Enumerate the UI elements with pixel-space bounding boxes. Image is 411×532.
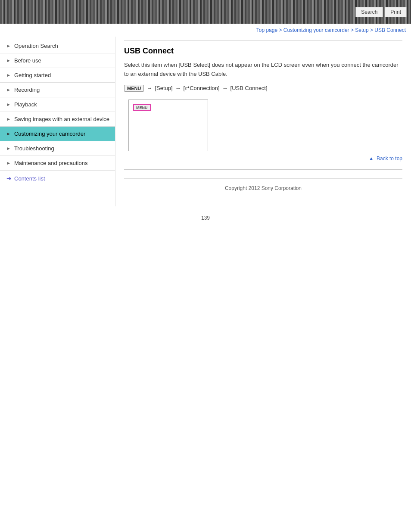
triangle-icon: ▲: [369, 156, 374, 162]
breadcrumb-top-page[interactable]: Top page: [256, 27, 277, 33]
footer-divider: [124, 169, 402, 170]
sidebar-label-playback: Playback: [14, 101, 37, 108]
sidebar-label-customizing: Customizing your camcorder: [14, 131, 85, 137]
arrow-symbol-2: →: [175, 85, 181, 91]
breadcrumb: Top page > Customizing your camcorder > …: [0, 24, 411, 37]
sidebar-label-recording: Recording: [14, 87, 40, 93]
breadcrumb-setup[interactable]: Setup: [355, 27, 368, 33]
arrow-symbol-1: →: [146, 85, 152, 91]
chevron-right-icon: ►: [6, 117, 11, 121]
screen-menu-button: MENU: [133, 104, 151, 111]
breadcrumb-usb-connect: USB Connect: [374, 27, 406, 33]
chevron-right-icon: ►: [6, 102, 11, 107]
sidebar-item-maintenance[interactable]: ► Maintenance and precautions: [0, 156, 115, 171]
search-button[interactable]: Search: [355, 7, 383, 17]
sidebar-label-troubleshooting: Troubleshooting: [14, 145, 54, 152]
sidebar-item-troubleshooting[interactable]: ► Troubleshooting: [0, 141, 115, 156]
breadcrumb-customizing[interactable]: Customizing your camcorder: [283, 27, 349, 33]
chevron-right-icon: ►: [6, 73, 11, 78]
contents-list-label: Contents list: [14, 175, 45, 182]
arrow-symbol-3: →: [222, 85, 228, 91]
sidebar-item-saving-images[interactable]: ► Saving images with an external device: [0, 112, 115, 127]
chevron-right-icon: ►: [6, 146, 11, 151]
screen-illustration: MENU: [128, 100, 208, 151]
page-number: 139: [0, 206, 411, 230]
sidebar-item-recording[interactable]: ► Recording: [0, 83, 115, 97]
sidebar-item-before-use[interactable]: ► Before use: [0, 53, 115, 68]
main-layout: ► Operation Search ► Before use ► Gettin…: [0, 37, 411, 206]
chevron-right-icon: ►: [6, 58, 11, 63]
copyright: Copyright 2012 Sony Corporation: [124, 178, 402, 198]
connection-label: [⇄Connection]: [184, 85, 220, 91]
content-area: USB Connect Select this item when [USB S…: [115, 37, 411, 206]
sidebar-item-operation-search[interactable]: ► Operation Search: [0, 39, 115, 53]
sidebar-label-maintenance: Maintenance and precautions: [14, 160, 88, 166]
back-to-top: ▲ Back to top: [124, 151, 402, 166]
sidebar-item-getting-started[interactable]: ► Getting started: [0, 68, 115, 83]
content-title: USB Connect: [124, 47, 402, 56]
usb-connect-label: [USB Connect]: [230, 85, 268, 91]
chevron-right-icon: ►: [6, 161, 11, 165]
print-button[interactable]: Print: [385, 7, 407, 17]
setup-label: [Setup]: [155, 85, 172, 91]
menu-key: MENU: [124, 85, 144, 92]
menu-instruction: MENU → [Setup] → [⇄Connection] → [USB Co…: [124, 85, 402, 92]
sidebar-label-before-use: Before use: [14, 57, 41, 64]
back-to-top-label: Back to top: [377, 156, 402, 162]
chevron-right-icon: ►: [6, 87, 11, 92]
chevron-right-icon: ►: [6, 131, 11, 136]
sidebar-item-customizing[interactable]: ► Customizing your camcorder: [0, 127, 115, 141]
sidebar-label-saving-images: Saving images with an external device: [14, 116, 109, 122]
sidebar-label-operation-search: Operation Search: [14, 43, 58, 49]
breadcrumb-sep2: >: [351, 27, 355, 33]
chevron-right-icon: ►: [6, 44, 11, 48]
content-divider: [124, 40, 402, 40]
breadcrumb-sep1: >: [279, 27, 283, 33]
sidebar: ► Operation Search ► Before use ► Gettin…: [0, 37, 115, 206]
sidebar-item-playback[interactable]: ► Playback: [0, 97, 115, 112]
content-description: Select this item when [USB Select] does …: [124, 61, 402, 79]
contents-list-link[interactable]: ➔ Contents list: [0, 171, 115, 186]
header-bar: Search Print: [0, 0, 411, 24]
sidebar-label-getting-started: Getting started: [14, 72, 51, 78]
arrow-right-icon: ➔: [6, 175, 12, 182]
header-buttons: Search Print: [355, 7, 407, 17]
breadcrumb-sep3: >: [370, 27, 374, 33]
back-to-top-link[interactable]: ▲ Back to top: [369, 156, 402, 162]
